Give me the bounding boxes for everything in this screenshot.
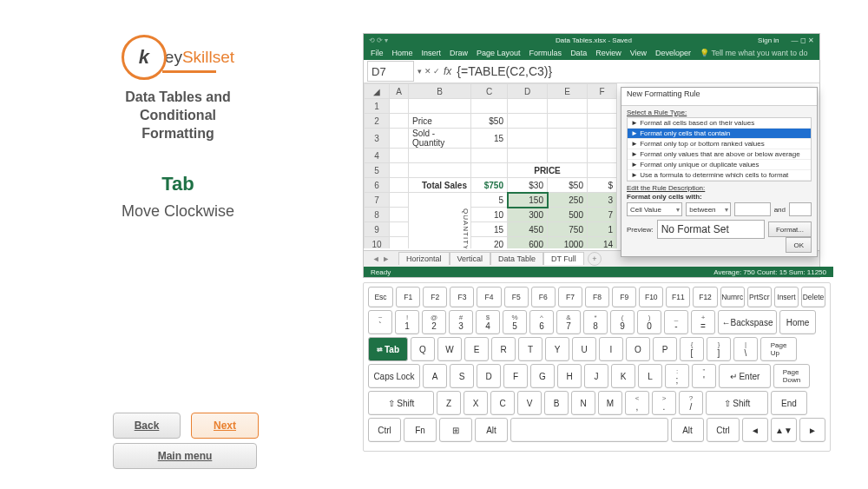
condition-object-select[interactable]: Cell Value (627, 202, 682, 216)
formula-text[interactable]: {=TABLE(C2,C3)} (457, 64, 552, 78)
key-o[interactable]: O (626, 337, 650, 361)
tab-formulas[interactable]: Formulas (529, 49, 562, 57)
key-enter[interactable]: ↵ Enter (719, 364, 771, 388)
key-e[interactable]: E (464, 337, 489, 361)
cell-D9[interactable]: 450 (508, 222, 548, 237)
key-4[interactable]: $4 (476, 310, 500, 334)
tab-view[interactable]: View (630, 49, 647, 57)
key-.[interactable]: >. (652, 391, 676, 415)
cell-E6[interactable]: $50 (548, 178, 588, 193)
ribbon-tabs[interactable]: File Home Insert Draw Page Layout Formul… (364, 46, 819, 60)
window-controls[interactable]: — ◻ ✕ (792, 36, 814, 44)
rule-item-0[interactable]: ► Format all cells based on their values (628, 118, 811, 129)
key-q[interactable]: Q (411, 337, 435, 361)
row-8[interactable]: 8 (365, 208, 390, 222)
sheet-tab-dtfull[interactable]: DT Full (543, 252, 584, 265)
next-button[interactable]: Next (191, 413, 259, 439)
key-3[interactable]: #3 (449, 310, 473, 334)
row-5[interactable]: 5 (365, 163, 390, 178)
key-n[interactable]: N (571, 391, 595, 415)
key-k[interactable]: K (611, 364, 635, 388)
key-5[interactable]: %5 (503, 310, 527, 334)
sheet-nav[interactable]: ◄ ► (364, 254, 398, 263)
name-box[interactable]: D7 (367, 61, 414, 82)
cell-B6[interactable]: Total Sales (409, 178, 471, 193)
key-f1[interactable]: F1 (396, 287, 420, 307)
key-j[interactable]: J (584, 364, 608, 388)
key-numrc[interactable]: Numrc (720, 287, 745, 307)
rule-type-list[interactable]: ► Format all cells based on their values… (627, 117, 812, 182)
sheet-tab-horizontal[interactable]: Horizontal (398, 252, 450, 265)
key-alt-r[interactable]: Alt (671, 418, 704, 442)
key-9[interactable]: (9 (610, 310, 635, 334)
key-u[interactable]: U (572, 337, 596, 361)
cell-D8[interactable]: 300 (508, 208, 548, 222)
key-][interactable]: }] (707, 337, 731, 361)
key-y[interactable]: Y (545, 337, 569, 361)
key-right[interactable]: ► (799, 418, 825, 442)
tab-file[interactable]: File (371, 49, 384, 57)
key-t[interactable]: T (518, 337, 542, 361)
key-'[interactable]: "' (692, 364, 716, 388)
select-all-triangle[interactable]: ◢ (365, 84, 390, 99)
sheet-tab-datatable[interactable]: Data Table (490, 252, 543, 265)
condition-value-1-input[interactable] (734, 202, 771, 216)
row-7[interactable]: 7 (365, 193, 390, 208)
cell-F9[interactable]: 1 (588, 222, 617, 237)
rule-item-5[interactable]: ► Use a formula to determine which cells… (628, 170, 811, 181)
cell-C6[interactable]: $750 (471, 178, 508, 193)
tab-home[interactable]: Home (392, 49, 413, 57)
key-space[interactable] (510, 418, 668, 442)
cell-C8[interactable]: 10 (471, 208, 508, 222)
cell-D10[interactable]: 600 (508, 237, 548, 249)
signin-link[interactable]: Sign in (758, 36, 779, 44)
key-l[interactable]: L (638, 364, 662, 388)
key-;[interactable]: :; (665, 364, 689, 388)
key-f2[interactable]: F2 (423, 287, 447, 307)
key-[[interactable]: {[ (680, 337, 704, 361)
tell-me-search[interactable]: 💡 Tell me what you want to do (700, 49, 807, 57)
row-10[interactable]: 10 (365, 237, 390, 249)
key-m[interactable]: M (598, 391, 622, 415)
key-f5[interactable]: F5 (504, 287, 529, 307)
key-ctrl[interactable]: Ctrl (368, 418, 401, 442)
tab-developer[interactable]: Developer (655, 49, 691, 57)
key-a[interactable]: A (423, 364, 447, 388)
row-6[interactable]: 6 (365, 178, 390, 193)
key-z[interactable]: Z (437, 391, 461, 415)
key-p[interactable]: P (653, 337, 677, 361)
key-0[interactable]: )0 (637, 310, 661, 334)
cell-B2[interactable]: Price (409, 114, 471, 129)
cell-B3[interactable]: Sold - Quantity (409, 129, 471, 149)
tab-data[interactable]: Data (570, 49, 587, 57)
quick-access-toolbar[interactable]: ⟲ ⟳ ▾ (369, 36, 430, 44)
key-capslock[interactable]: Caps Lock (368, 364, 420, 388)
cell-D7[interactable]: 150 (508, 193, 548, 208)
key-/[interactable]: ?/ (679, 391, 703, 415)
ok-button[interactable]: OK (786, 237, 812, 253)
tab-review[interactable]: Review (595, 49, 621, 57)
key-x[interactable]: X (464, 391, 488, 415)
key-shift-left[interactable]: ⇧ Shift (368, 391, 434, 415)
rule-item-4[interactable]: ► Format only unique or duplicate values (628, 160, 811, 170)
fx-icon[interactable]: fx (444, 65, 451, 77)
key-insert[interactable]: Insert (774, 287, 799, 307)
col-D[interactable]: D (508, 84, 548, 99)
key-f11[interactable]: F11 (666, 287, 690, 307)
key-esc[interactable]: Esc (368, 287, 393, 307)
cell-D5[interactable]: PRICE (508, 163, 588, 178)
key-b[interactable]: B (544, 391, 569, 415)
cell-C7[interactable]: 5 (471, 193, 508, 208)
tab-pagelayout[interactable]: Page Layout (477, 49, 521, 57)
key-f6[interactable]: F6 (531, 287, 556, 307)
key-f3[interactable]: F3 (450, 287, 474, 307)
key-2[interactable]: @2 (422, 310, 446, 334)
key--[interactable]: _- (664, 310, 688, 334)
key-8[interactable]: *8 (583, 310, 608, 334)
key-shift-right[interactable]: ⇧ Shift (706, 391, 768, 415)
cell-F6[interactable]: $ (588, 178, 617, 193)
key-tab[interactable]: ⇄ Tab (368, 337, 408, 361)
key-ctrl-r[interactable]: Ctrl (707, 418, 740, 442)
cell-C9[interactable]: 15 (471, 222, 508, 237)
row-1[interactable]: 1 (365, 99, 390, 114)
